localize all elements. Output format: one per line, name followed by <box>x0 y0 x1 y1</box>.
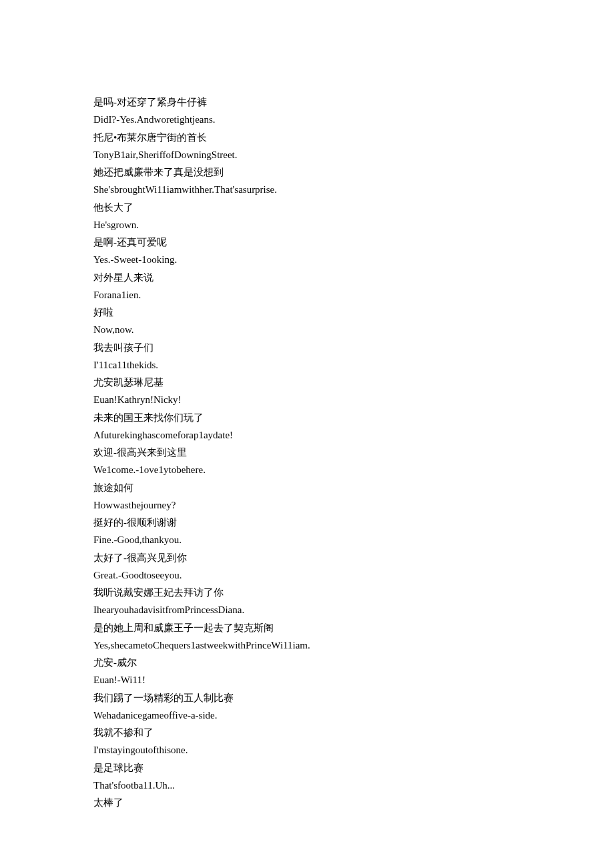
text-line: I'11ca11thekids. <box>93 356 521 374</box>
text-line: Howwasthejourney? <box>93 496 521 514</box>
text-line: 是的她上周和威廉王子一起去了契克斯阁 <box>93 619 521 636</box>
text-line: 对外星人来说 <box>93 269 521 286</box>
text-line: I'mstayingoutofthisone. <box>93 741 521 759</box>
text-line: 欢迎-很高兴来到这里 <box>93 444 521 461</box>
text-line: 我就不掺和了 <box>93 724 521 741</box>
text-line: 太棒了 <box>93 794 521 811</box>
text-line: 太好了-很高兴见到你 <box>93 549 521 566</box>
text-line: Yes.-Sweet-1ooking. <box>93 251 521 268</box>
text-line: 挺好的-很顺利谢谢 <box>93 514 521 531</box>
text-line: 他长大了 <box>93 199 521 216</box>
text-line: 是足球比赛 <box>93 759 521 777</box>
text-line: Forana1ien. <box>93 286 521 304</box>
text-line: 是吗-对还穿了紧身牛仔裤 <box>93 93 521 111</box>
text-line: 托尼•布莱尔唐宁街的首长 <box>93 129 521 146</box>
text-line: 尤安-威尔 <box>93 654 521 671</box>
text-line: Euan!Kathryn!Nicky! <box>93 391 521 408</box>
text-line: TonyB1air,SheriffofDowningStreet. <box>93 146 521 163</box>
text-line: 我听说戴安娜王妃去拜访了你 <box>93 584 521 601</box>
text-line: He'sgrown. <box>93 216 521 234</box>
text-line: Yes,shecametoChequers1astweekwithPrinceW… <box>93 636 521 654</box>
text-line: IhearyouhadavisitfromPrincessDiana. <box>93 601 521 618</box>
text-line: 好啦 <box>93 304 521 321</box>
text-line: 她还把威廉带来了真是没想到 <box>93 163 521 181</box>
text-line: 尤安凯瑟琳尼基 <box>93 374 521 391</box>
text-line: 旅途如何 <box>93 479 521 496</box>
text-line: 是啊-还真可爱呢 <box>93 234 521 251</box>
text-line: Afuturekinghascomeforap1aydate! <box>93 426 521 444</box>
text-line: 未来的国王来找你们玩了 <box>93 409 521 426</box>
document-content: 是吗-对还穿了紧身牛仔裤DidI?-Yes.Andworetightjeans.… <box>93 93 521 811</box>
text-line: Now,now. <box>93 321 521 338</box>
text-line: She'sbroughtWi11iamwithher.That'sasurpri… <box>93 181 521 198</box>
text-line: Wehadanicegameoffive-a-side. <box>93 707 521 724</box>
text-line: DidI?-Yes.Andworetightjeans. <box>93 111 521 128</box>
text-line: Fine.-Good,thankyou. <box>93 531 521 548</box>
text-line: Great.-Goodtoseeyou. <box>93 566 521 584</box>
text-line: Euan!-Wi11! <box>93 671 521 689</box>
text-line: 我们踢了一场精彩的五人制比赛 <box>93 689 521 707</box>
text-line: We1come.-1ove1ytobehere. <box>93 461 521 478</box>
text-line: That'sfootba11.Uh... <box>93 777 521 794</box>
text-line: 我去叫孩子们 <box>93 339 521 356</box>
